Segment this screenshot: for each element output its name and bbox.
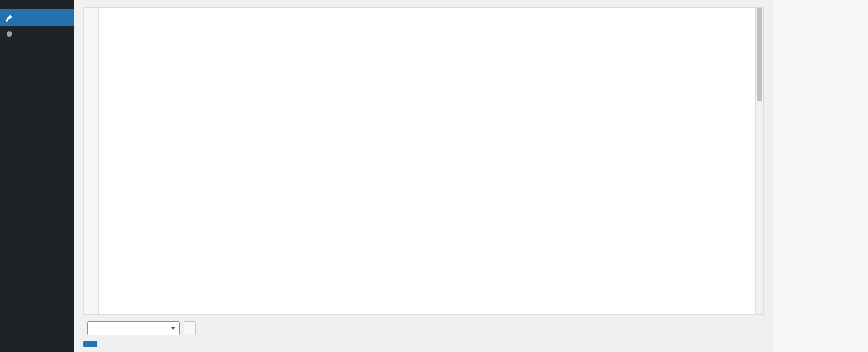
vertical-scrollbar[interactable] bbox=[755, 8, 763, 314]
documentation-row bbox=[83, 321, 764, 335]
plug-icon bbox=[5, 30, 14, 39]
admin-sidebar bbox=[0, 0, 74, 352]
theme-files-heading bbox=[775, 5, 868, 9]
update-file-button[interactable] bbox=[83, 341, 97, 347]
menu-plugins[interactable] bbox=[0, 26, 74, 43]
code-editor[interactable] bbox=[83, 7, 764, 315]
menu-appearance[interactable] bbox=[0, 9, 74, 26]
brush-icon bbox=[5, 13, 14, 22]
main-content bbox=[74, 0, 773, 352]
lookup-button[interactable] bbox=[184, 321, 196, 335]
scrollbar-thumb[interactable] bbox=[757, 8, 762, 101]
line-gutter bbox=[84, 8, 99, 314]
theme-files-panel bbox=[773, 0, 868, 352]
code-area[interactable] bbox=[99, 8, 755, 314]
function-name-select[interactable] bbox=[87, 321, 180, 335]
